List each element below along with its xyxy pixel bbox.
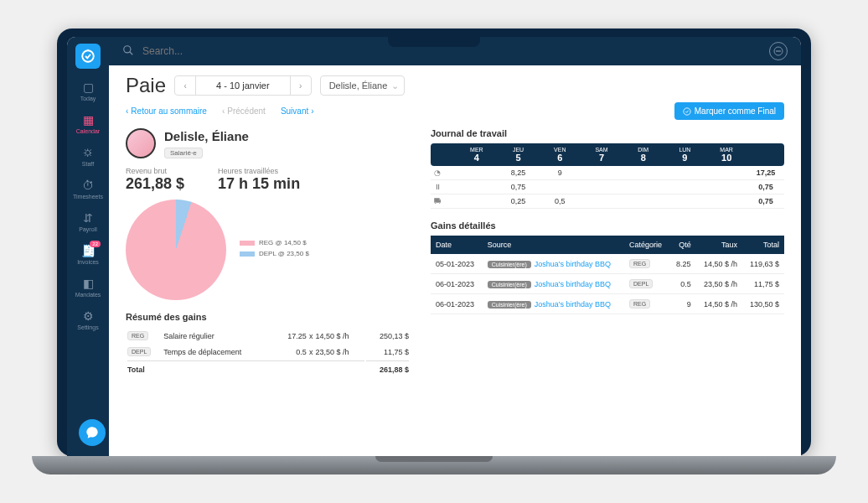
sidebar-item-label: Mandates xyxy=(75,292,101,298)
search-input[interactable] xyxy=(142,45,761,57)
table-row: 06-01-2023 Cuisinier(ère)Joshua's birthd… xyxy=(431,294,784,314)
hours-value: 17 h 15 min xyxy=(218,175,300,193)
next-employee-link[interactable]: Suivant › xyxy=(281,106,314,116)
sidebar-item-invoices[interactable]: 🧾 Invoices 22 xyxy=(67,239,109,270)
today-icon: ▢ xyxy=(83,80,94,94)
date-range-picker: ‹ 4 - 10 janvier › xyxy=(174,75,312,96)
category-tag: REG xyxy=(629,299,650,309)
timesheets-icon: ⏱ xyxy=(82,179,94,192)
check-circle-icon xyxy=(683,107,691,116)
summary-total-row: Total 261,88 $ xyxy=(127,360,409,376)
detail-table: Date Source Catégorie Qté Taux Total xyxy=(431,236,784,314)
sidebar-item-mandates[interactable]: ◧ Mandates xyxy=(67,272,109,303)
clock-icon: ◔ xyxy=(431,166,456,179)
sidebar-item-calendar[interactable]: ▦ Calendar xyxy=(67,108,109,139)
event-link[interactable]: Joshua's birthday BBQ xyxy=(535,260,611,268)
svg-point-7 xyxy=(684,107,690,114)
worklog-header: MER4 JEU5 VEN6 SAM7 DIM8 LUN9 MAR10 xyxy=(431,143,784,166)
hours-label: Heures travaillées xyxy=(218,167,300,175)
invoices-badge: 22 xyxy=(90,241,101,247)
payroll-icon: ⇵ xyxy=(83,211,93,225)
date-prev-button[interactable]: ‹ xyxy=(175,76,195,95)
search-icon xyxy=(122,44,134,59)
sidebar-item-label: Staff xyxy=(82,161,94,167)
worklog-row: ⏸ 0,75 0,75 xyxy=(431,180,784,194)
employee-select-value: Delisle, Éliane xyxy=(329,80,388,91)
svg-point-6 xyxy=(780,51,781,52)
sidebar-item-label: Invoices xyxy=(77,259,99,265)
pause-icon: ⏸ xyxy=(431,180,456,194)
sidebar-item-timesheets[interactable]: ⏱ Timesheets xyxy=(67,174,109,205)
prev-employee-link[interactable]: ‹ Précédent xyxy=(222,106,266,116)
svg-point-1 xyxy=(124,45,131,52)
sidebar-item-payroll[interactable]: ⇵ Payroll xyxy=(67,206,109,237)
settings-icon: ⚙ xyxy=(83,309,94,323)
sidebar-item-settings[interactable]: ⚙ Settings xyxy=(67,304,109,335)
mandates-icon: ◧ xyxy=(83,277,94,290)
employee-select[interactable]: Delisle, Éliane xyxy=(320,75,406,96)
worklog-heading: Journal de travail xyxy=(431,128,784,138)
table-row: DEPL Temps de déplacement 0.5 x 23,50 $ … xyxy=(127,345,409,359)
laptop-notch xyxy=(388,37,480,47)
svg-point-4 xyxy=(777,51,778,52)
depl-tag: DEPL xyxy=(127,347,151,356)
calendar-icon: ▦ xyxy=(83,113,94,127)
table-row: 06-01-2023 Cuisinier(ère)Joshua's birthd… xyxy=(431,274,784,294)
avatar xyxy=(126,128,156,158)
category-tag: REG xyxy=(629,259,650,268)
sidebar-item-today[interactable]: ▢ Today xyxy=(67,75,109,106)
app-logo[interactable] xyxy=(75,44,101,69)
sidebar-item-label: Payroll xyxy=(79,226,96,232)
svg-point-5 xyxy=(778,51,779,52)
employee-name: Delisle, Éliane xyxy=(164,129,249,143)
back-to-summary-link[interactable]: ‹ Retour au sommaire xyxy=(126,106,207,116)
legend-swatch-reg xyxy=(240,241,255,246)
laptop-base xyxy=(32,456,836,474)
role-tag: Cuisinier(ère) xyxy=(488,281,531,288)
travel-icon: ⛟ xyxy=(431,194,456,208)
summary-heading: Résumé des gains xyxy=(126,312,411,322)
date-next-button[interactable]: › xyxy=(291,76,311,95)
worklog-row: ⛟ 0,250,5 0,75 xyxy=(431,194,784,209)
sidebar-item-label: Calendar xyxy=(76,128,100,134)
role-tag: Cuisinier(ère) xyxy=(488,301,531,309)
chat-bubble-icon[interactable] xyxy=(769,42,788,60)
mark-final-button[interactable]: Marquer comme Final xyxy=(674,102,784,120)
sidebar: ▢ Today ▦ Calendar ⛭ Staff ⏱ Timesheets … xyxy=(67,37,109,456)
sidebar-item-label: Today xyxy=(80,96,96,101)
sidebar-item-label: Settings xyxy=(77,324,98,330)
sidebar-item-label: Timesheets xyxy=(73,194,103,200)
svg-line-2 xyxy=(130,51,133,54)
sidebar-item-staff[interactable]: ⛭ Staff xyxy=(67,141,109,172)
role-tag: Cuisinier(ère) xyxy=(488,261,531,268)
legend-swatch-depl xyxy=(240,252,255,257)
category-tag: DEPL xyxy=(629,279,653,288)
reg-tag: REG xyxy=(127,331,148,340)
table-row: 05-01-2023 Cuisinier(ère)Joshua's birthd… xyxy=(431,254,784,274)
chat-icon xyxy=(85,426,99,439)
earnings-pie-chart xyxy=(126,200,226,300)
revenue-label: Revenu brut xyxy=(126,167,184,175)
table-row: REG Salaire régulier 17.25 x 14,50 $ /h … xyxy=(127,329,409,343)
summary-table: REG Salaire régulier 17.25 x 14,50 $ /h … xyxy=(126,327,411,378)
chat-fab[interactable] xyxy=(79,419,106,446)
staff-icon: ⛭ xyxy=(82,146,94,159)
pie-legend: REG @ 14,50 $ DEPL @ 23,50 $ xyxy=(240,239,309,261)
event-link[interactable]: Joshua's birthday BBQ xyxy=(535,280,611,288)
page-title: Paie xyxy=(126,74,166,97)
date-range-label[interactable]: 4 - 10 janvier xyxy=(195,76,291,95)
worklog-row: ◔ 8,259 17,25 xyxy=(431,166,784,180)
role-badge: Salarié·e xyxy=(164,148,203,158)
revenue-value: 261,88 $ xyxy=(126,175,184,193)
event-link[interactable]: Joshua's birthday BBQ xyxy=(535,300,611,309)
detail-heading: Gains détaillés xyxy=(431,220,784,231)
